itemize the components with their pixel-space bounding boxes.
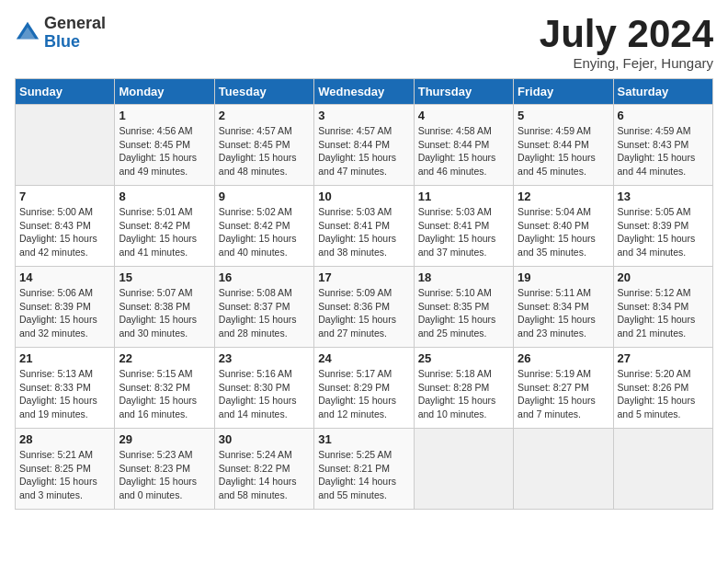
day-cell: 31Sunrise: 5:25 AMSunset: 8:21 PMDayligh… [314, 429, 414, 510]
week-row-1: 1Sunrise: 4:56 AMSunset: 8:45 PMDaylight… [16, 105, 713, 186]
day-number: 18 [418, 270, 509, 284]
day-cell: 17Sunrise: 5:09 AMSunset: 8:36 PMDayligh… [314, 267, 414, 348]
day-cell: 23Sunrise: 5:16 AMSunset: 8:30 PMDayligh… [214, 348, 313, 429]
day-cell: 1Sunrise: 4:56 AMSunset: 8:45 PMDaylight… [115, 105, 214, 186]
day-info: Sunrise: 4:58 AMSunset: 8:44 PMDaylight:… [418, 124, 509, 178]
day-number: 30 [219, 432, 310, 446]
day-number: 25 [418, 351, 509, 365]
day-cell: 7Sunrise: 5:00 AMSunset: 8:43 PMDaylight… [16, 186, 115, 267]
week-row-2: 7Sunrise: 5:00 AMSunset: 8:43 PMDaylight… [16, 186, 713, 267]
day-cell [514, 429, 613, 510]
day-number: 23 [219, 351, 310, 365]
day-number: 5 [518, 109, 609, 122]
day-info: Sunrise: 5:08 AMSunset: 8:37 PMDaylight:… [219, 286, 310, 340]
header-friday: Friday [514, 79, 613, 105]
day-number: 2 [219, 109, 310, 122]
header-wednesday: Wednesday [314, 79, 414, 105]
day-cell [613, 429, 712, 510]
day-info: Sunrise: 5:24 AMSunset: 8:22 PMDaylight:… [219, 448, 310, 502]
day-cell: 16Sunrise: 5:08 AMSunset: 8:37 PMDayligh… [214, 267, 313, 348]
day-info: Sunrise: 5:05 AMSunset: 8:39 PMDaylight:… [618, 205, 709, 259]
day-number: 4 [418, 109, 509, 122]
day-cell: 4Sunrise: 4:58 AMSunset: 8:44 PMDaylight… [414, 105, 513, 186]
day-number: 24 [318, 351, 409, 365]
day-cell: 26Sunrise: 5:19 AMSunset: 8:27 PMDayligh… [514, 348, 613, 429]
calendar-header-row: SundayMondayTuesdayWednesdayThursdayFrid… [16, 79, 713, 105]
day-number: 11 [418, 190, 509, 203]
day-cell: 19Sunrise: 5:11 AMSunset: 8:34 PMDayligh… [514, 267, 613, 348]
day-cell: 8Sunrise: 5:01 AMSunset: 8:42 PMDaylight… [115, 186, 214, 267]
day-info: Sunrise: 5:00 AMSunset: 8:43 PMDaylight:… [19, 205, 110, 259]
logo-icon [15, 20, 40, 46]
day-info: Sunrise: 5:23 AMSunset: 8:23 PMDaylight:… [119, 448, 210, 502]
logo-blue: Blue [44, 33, 106, 52]
week-row-5: 28Sunrise: 5:21 AMSunset: 8:25 PMDayligh… [16, 429, 713, 510]
month-title: July 2024 [540, 15, 713, 53]
day-info: Sunrise: 5:16 AMSunset: 8:30 PMDaylight:… [219, 367, 310, 421]
day-info: Sunrise: 5:06 AMSunset: 8:39 PMDaylight:… [19, 286, 110, 340]
day-info: Sunrise: 5:15 AMSunset: 8:32 PMDaylight:… [119, 367, 210, 421]
day-number: 20 [618, 270, 709, 284]
calendar-table: SundayMondayTuesdayWednesdayThursdayFrid… [15, 78, 713, 510]
logo: General Blue [15, 15, 106, 52]
day-info: Sunrise: 5:04 AMSunset: 8:40 PMDaylight:… [518, 205, 609, 259]
day-info: Sunrise: 5:09 AMSunset: 8:36 PMDaylight:… [318, 286, 409, 340]
page-header: General Blue July 2024 Enying, Fejer, Hu… [15, 15, 713, 71]
day-number: 14 [19, 270, 110, 284]
day-info: Sunrise: 5:10 AMSunset: 8:35 PMDaylight:… [418, 286, 509, 340]
day-cell: 5Sunrise: 4:59 AMSunset: 8:44 PMDaylight… [514, 105, 613, 186]
day-cell: 18Sunrise: 5:10 AMSunset: 8:35 PMDayligh… [414, 267, 513, 348]
day-cell: 10Sunrise: 5:03 AMSunset: 8:41 PMDayligh… [314, 186, 414, 267]
day-cell: 13Sunrise: 5:05 AMSunset: 8:39 PMDayligh… [613, 186, 712, 267]
header-saturday: Saturday [613, 79, 712, 105]
day-info: Sunrise: 5:20 AMSunset: 8:26 PMDaylight:… [618, 367, 709, 421]
day-number: 13 [618, 190, 709, 203]
day-cell: 11Sunrise: 5:03 AMSunset: 8:41 PMDayligh… [414, 186, 513, 267]
day-info: Sunrise: 5:03 AMSunset: 8:41 PMDaylight:… [418, 205, 509, 259]
day-cell: 14Sunrise: 5:06 AMSunset: 8:39 PMDayligh… [16, 267, 115, 348]
day-info: Sunrise: 5:25 AMSunset: 8:21 PMDaylight:… [318, 448, 409, 502]
day-info: Sunrise: 5:11 AMSunset: 8:34 PMDaylight:… [518, 286, 609, 340]
day-cell: 15Sunrise: 5:07 AMSunset: 8:38 PMDayligh… [115, 267, 214, 348]
day-info: Sunrise: 5:19 AMSunset: 8:27 PMDaylight:… [518, 367, 609, 421]
day-info: Sunrise: 5:07 AMSunset: 8:38 PMDaylight:… [119, 286, 210, 340]
day-cell: 20Sunrise: 5:12 AMSunset: 8:34 PMDayligh… [613, 267, 712, 348]
day-number: 21 [19, 351, 110, 365]
day-cell [16, 105, 115, 186]
day-number: 22 [119, 351, 210, 365]
day-info: Sunrise: 5:03 AMSunset: 8:41 PMDaylight:… [318, 205, 409, 259]
day-number: 29 [119, 432, 210, 446]
day-number: 26 [518, 351, 609, 365]
day-number: 3 [318, 109, 409, 122]
week-row-4: 21Sunrise: 5:13 AMSunset: 8:33 PMDayligh… [16, 348, 713, 429]
day-info: Sunrise: 5:13 AMSunset: 8:33 PMDaylight:… [19, 367, 110, 421]
day-cell: 27Sunrise: 5:20 AMSunset: 8:26 PMDayligh… [613, 348, 712, 429]
day-number: 7 [19, 190, 110, 203]
header-thursday: Thursday [414, 79, 513, 105]
day-number: 10 [318, 190, 409, 203]
day-number: 28 [19, 432, 110, 446]
day-info: Sunrise: 5:18 AMSunset: 8:28 PMDaylight:… [418, 367, 509, 421]
day-info: Sunrise: 5:12 AMSunset: 8:34 PMDaylight:… [618, 286, 709, 340]
header-sunday: Sunday [16, 79, 115, 105]
day-cell: 29Sunrise: 5:23 AMSunset: 8:23 PMDayligh… [115, 429, 214, 510]
day-number: 19 [518, 270, 609, 284]
logo-text: General Blue [44, 15, 106, 52]
day-number: 31 [318, 432, 409, 446]
day-cell: 22Sunrise: 5:15 AMSunset: 8:32 PMDayligh… [115, 348, 214, 429]
title-area: July 2024 Enying, Fejer, Hungary [540, 15, 713, 71]
day-cell: 24Sunrise: 5:17 AMSunset: 8:29 PMDayligh… [314, 348, 414, 429]
day-cell: 12Sunrise: 5:04 AMSunset: 8:40 PMDayligh… [514, 186, 613, 267]
day-number: 12 [518, 190, 609, 203]
location: Enying, Fejer, Hungary [540, 55, 713, 71]
day-info: Sunrise: 5:21 AMSunset: 8:25 PMDaylight:… [19, 448, 110, 502]
day-cell: 28Sunrise: 5:21 AMSunset: 8:25 PMDayligh… [16, 429, 115, 510]
day-cell: 25Sunrise: 5:18 AMSunset: 8:28 PMDayligh… [414, 348, 513, 429]
day-cell: 3Sunrise: 4:57 AMSunset: 8:44 PMDaylight… [314, 105, 414, 186]
day-number: 8 [119, 190, 210, 203]
day-info: Sunrise: 5:17 AMSunset: 8:29 PMDaylight:… [318, 367, 409, 421]
header-tuesday: Tuesday [214, 79, 313, 105]
day-number: 27 [618, 351, 709, 365]
day-info: Sunrise: 4:57 AMSunset: 8:44 PMDaylight:… [318, 124, 409, 178]
day-info: Sunrise: 4:59 AMSunset: 8:44 PMDaylight:… [518, 124, 609, 178]
